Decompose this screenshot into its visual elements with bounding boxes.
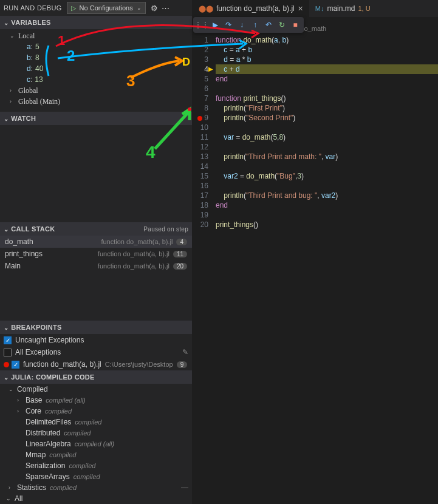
checkbox-checked-icon[interactable]: ✓ xyxy=(4,336,12,344)
watch-header[interactable]: ⌄ WATCH xyxy=(0,112,192,125)
chevron-down-icon: ⌄ xyxy=(4,324,9,331)
compiled-stats-label: Statistics xyxy=(17,483,46,492)
code-line[interactable]: d = a * b xyxy=(216,55,438,64)
debug-toolbar[interactable]: ⋮⋮ ▶ ↷ ↓ ↑ ↶ ↻ ■ xyxy=(193,17,304,33)
code-line[interactable]: println("Third Print and math: ", var) xyxy=(216,152,438,162)
scope-local[interactable]: ⌄ Local xyxy=(0,30,192,41)
config-label: No Configurations xyxy=(80,4,133,12)
code-line[interactable] xyxy=(216,162,438,171)
gear-icon[interactable]: ⚙ xyxy=(151,4,158,13)
scope-global[interactable]: › Global xyxy=(0,85,192,96)
restart-button[interactable]: ↻ xyxy=(276,19,288,31)
checkbox-icon[interactable] xyxy=(4,349,12,356)
code-line[interactable] xyxy=(216,84,438,94)
code-line[interactable]: end xyxy=(216,74,438,84)
bp-all[interactable]: All Exceptions ✎ xyxy=(0,346,192,358)
bp-file-label: function do_math(a, b).jl xyxy=(23,360,101,369)
variable-row[interactable]: b:8 xyxy=(0,52,192,63)
callstack-frame[interactable]: print_thingsfunction do_math(a, b).jl11 xyxy=(0,248,192,260)
compiled-statistics[interactable]: › Statistics compiled — xyxy=(0,482,192,493)
tab-file-2[interactable]: M↓ main.md 1, U xyxy=(309,0,377,17)
step-back-button[interactable]: ↶ xyxy=(262,19,275,31)
grip-icon[interactable]: ⋮⋮ xyxy=(196,19,208,31)
code-line[interactable]: println("Second Print") xyxy=(216,113,438,123)
bp-file-path: C:\Users\justy\Desktop xyxy=(105,361,173,368)
breakpoints-header[interactable]: ⌄ BREAKPOINTS xyxy=(0,321,192,334)
compiled-item[interactable]: ›Corecompiled xyxy=(0,406,192,417)
chevron-down-icon: ⌄ xyxy=(10,33,18,39)
chevron-down-icon: ⌄ xyxy=(4,115,9,122)
code-line[interactable]: function print_things() xyxy=(216,94,438,103)
chevron-down-icon: ⌄ xyxy=(137,5,142,11)
variables-header[interactable]: ⌄ VARIABLES xyxy=(0,16,192,29)
continue-button[interactable]: ▶ xyxy=(209,19,221,31)
variables-tree: ⌄ Local a:5b:8d:40c:13 › Global › Global… xyxy=(0,29,192,108)
compiled-item[interactable]: DelimitedFilescompiled xyxy=(0,417,192,427)
compiled-root-label: Compiled xyxy=(17,385,48,393)
code-line[interactable]: function do_math(a, b) xyxy=(216,35,438,45)
tab-file-1[interactable]: ⬤⬤ function do_math(a, b).jl ✕ xyxy=(193,0,309,17)
debug-top-actions: ⚙ ⋯ xyxy=(151,4,169,13)
compiled-item[interactable]: LinearAlgebracompiled (all) xyxy=(0,438,192,449)
global-main-label: Global (Main) xyxy=(18,97,60,106)
bp-file[interactable]: ✓ function do_math(a, b).jl C:\Users\jus… xyxy=(0,358,192,370)
run-debug-title: RUN AND DEBUG xyxy=(4,4,62,12)
code-line[interactable]: end xyxy=(216,200,438,210)
chevron-right-icon: › xyxy=(10,87,18,94)
callstack-status: Paused on step xyxy=(143,226,188,233)
chevron-down-icon: ⌄ xyxy=(4,226,9,233)
ellipsis-icon[interactable]: ⋯ xyxy=(162,4,169,13)
code-line[interactable]: println("First Print") xyxy=(216,103,438,113)
checkbox-checked-icon[interactable]: ✓ xyxy=(12,361,19,369)
variable-row[interactable]: c:13 xyxy=(0,74,192,85)
code-line[interactable] xyxy=(216,181,438,191)
bp-all-label: All Exceptions xyxy=(15,348,61,356)
code-line[interactable]: ▶ c + d xyxy=(216,64,438,74)
callstack-frame[interactable]: Mainfunction do_math(a, b).jl20 xyxy=(0,260,192,272)
close-icon[interactable]: ✕ xyxy=(298,5,303,13)
bp-file-line: 9 xyxy=(177,361,188,368)
tab-2-label: main.md xyxy=(327,4,355,13)
compiled-item[interactable]: Serializationcompiled xyxy=(0,460,192,471)
compiled-all-label: All xyxy=(15,494,22,503)
compiled-label: JULIA: COMPILED CODE xyxy=(11,373,94,381)
variable-row[interactable]: a:5 xyxy=(0,41,192,52)
bp-uncaught[interactable]: ✓ Uncaught Exceptions xyxy=(0,334,192,346)
step-over-button[interactable]: ↷ xyxy=(222,19,234,31)
chevron-right-icon: › xyxy=(9,485,17,491)
compiled-item[interactable]: Distributedcompiled xyxy=(0,427,192,438)
code-lines[interactable]: function do_math(a, b) c = a + b d = a *… xyxy=(216,35,438,230)
pencil-icon[interactable]: ✎ xyxy=(182,348,188,356)
code-line[interactable]: print_things() xyxy=(216,220,438,230)
compiled-item[interactable]: Mmapcompiled xyxy=(0,449,192,460)
callstack-list: do_mathfunction do_math(a, b).jl4print_t… xyxy=(0,236,192,272)
callstack-spacer xyxy=(0,272,192,321)
compiled-item[interactable]: SparseArrayscompiled xyxy=(0,471,192,482)
step-out-button[interactable]: ↑ xyxy=(249,19,261,31)
variable-row[interactable]: d:40 xyxy=(0,63,192,74)
code-editor[interactable]: 12345678 91011121314151617181920 functio… xyxy=(193,35,438,230)
code-line[interactable] xyxy=(216,142,438,152)
compiled-root[interactable]: ⌄ Compiled xyxy=(0,384,192,395)
debug-config-dropdown[interactable]: ▷ No Configurations ⌄ xyxy=(67,2,146,14)
code-line[interactable]: println("Third Print and bug: ", var2) xyxy=(216,191,438,200)
stop-button[interactable]: ■ xyxy=(289,19,301,31)
compiled-item[interactable]: ›Basecompiled (all) xyxy=(0,395,192,406)
code-line[interactable]: var = do_math(5,8) xyxy=(216,132,438,142)
code-line[interactable]: var2 = do_math("Bug",3) xyxy=(216,171,438,181)
callstack-frame[interactable]: do_mathfunction do_math(a, b).jl4 xyxy=(0,236,192,248)
code-line[interactable]: c = a + b xyxy=(216,45,438,55)
minus-icon[interactable]: — xyxy=(181,483,188,492)
code-line[interactable] xyxy=(216,123,438,132)
local-label: Local xyxy=(18,32,35,41)
breakpoint-dot-icon xyxy=(4,362,9,367)
callstack-header[interactable]: ⌄ CALL STACK Paused on step xyxy=(0,222,192,236)
watch-label: WATCH xyxy=(11,115,36,122)
step-into-button[interactable]: ↓ xyxy=(236,19,248,31)
scope-global-main[interactable]: › Global (Main) xyxy=(0,96,192,107)
editor-area: ⬤⬤ function do_math(a, b).jl ✕ M↓ main.m… xyxy=(193,0,438,504)
compiled-all[interactable]: ⌄ All xyxy=(0,493,192,504)
breadcrumb-symbol: do_math xyxy=(300,25,326,32)
code-line[interactable] xyxy=(216,210,438,220)
compiled-header[interactable]: ⌄ JULIA: COMPILED CODE xyxy=(0,370,192,384)
